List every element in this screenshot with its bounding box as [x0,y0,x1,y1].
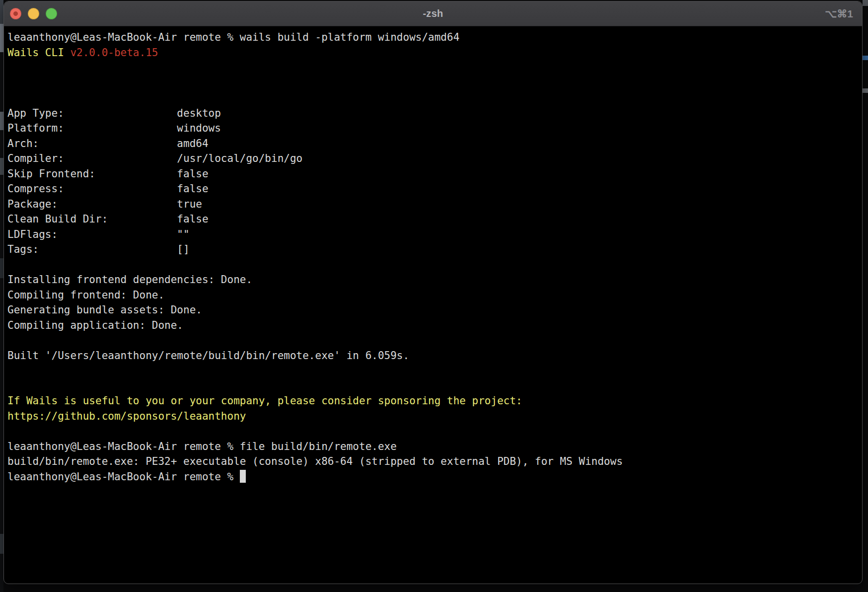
terminal-text: Clean Build Dir: [7,212,177,227]
terminal-text: leaanthony@Leas-MacBook-Air remote % fil… [7,441,397,452]
terminal-line: Installing frontend dependencies: Done. [7,272,857,288]
terminal-line: Clean Build Dir:false [7,212,857,227]
terminal-text: v2.0.0-beta.15 [70,47,158,59]
terminal-line: leaanthony@Leas-MacBook-Air remote % wai… [7,30,857,45]
terminal-text: amd64 [177,138,208,149]
terminal-text: desktop [177,107,221,119]
background-fragment [863,88,868,93]
terminal-line: Generating bundle assets: Done. [7,302,857,318]
minimize-button[interactable] [28,8,39,19]
terminal-text: false [177,168,208,180]
terminal-text: Compress: [7,181,177,197]
terminal-line: Package:true [7,197,857,212]
terminal-line: App Type:desktop [7,106,857,121]
terminal-window: -zsh ⌥⌘1 leaanthony@Leas-MacBook-Air rem… [3,1,863,584]
background-fragment [863,56,868,60]
terminal-text: Platform: [7,121,177,136]
background-fragment [0,534,3,554]
background-window-edge-left [0,0,3,592]
terminal-line: Platform:windows [7,121,857,136]
terminal-text: LDFlags: [7,227,177,242]
background-fragment [0,0,3,24]
terminal-text: leaanthony@Leas-MacBook-Air remote % wai… [7,31,459,43]
terminal-line: Arch:amd64 [7,136,857,151]
terminal-text: true [177,198,202,210]
terminal-line: leaanthony@Leas-MacBook-Air remote % fil… [7,439,857,454]
terminal-text: build/bin/remote.exe: PE32+ executable (… [7,455,623,467]
background-window-edge-right [863,0,868,592]
terminal-line: Compiling application: Done. [7,318,857,333]
terminal-body[interactable]: leaanthony@Leas-MacBook-Air remote % wai… [4,26,862,484]
terminal-text: false [177,213,208,225]
terminal-text: false [177,183,208,195]
terminal-text: https://github.com/sponsors/leaanthony [7,410,246,422]
terminal-text: Compiling application: Done. [7,319,183,331]
terminal-line: Tags:[] [7,242,857,257]
terminal-text: /usr/local/go/bin/go [177,152,302,164]
terminal-line [7,333,857,348]
keyboard-shortcut-badge: ⌥⌘1 [825,1,853,26]
terminal-line: leaanthony@Leas-MacBook-Air remote % [7,469,857,485]
terminal-line: Wails CLI v2.0.0-beta.15 [7,45,857,61]
window-title: -zsh [423,8,443,19]
titlebar[interactable]: -zsh ⌥⌘1 [4,1,862,26]
terminal-text: windows [177,122,221,134]
terminal-line: LDFlags:"" [7,227,857,242]
terminal-text: Tags: [7,242,177,257]
terminal-text: Arch: [7,136,177,151]
background-fragment [0,112,3,130]
terminal-text: Generating bundle assets: Done. [7,304,202,316]
terminal-line [7,424,857,439]
terminal-text: Wails CLI [7,47,70,59]
terminal-line: Compiling frontend: Done. [7,288,857,303]
terminal-text: [] [177,243,189,255]
terminal-text: Skip Frontend: [7,166,177,182]
terminal-text: Package: [7,197,177,212]
terminal-text: Compiling frontend: Done. [7,289,164,301]
zoom-button[interactable] [46,8,57,19]
traffic-lights [10,1,57,26]
terminal-line: https://github.com/sponsors/leaanthony [7,409,857,424]
terminal-line: If Wails is useful to you or your compan… [7,393,857,409]
terminal-line: Skip Frontend:false [7,166,857,182]
terminal-text: App Type: [7,106,177,121]
terminal-text: Built '/Users/leaanthony/remote/build/bi… [7,350,409,362]
background-fragment [863,0,868,6]
terminal-text: Compiler: [7,151,177,166]
terminal-text: leaanthony@Leas-MacBook-Air remote % [7,471,240,483]
terminal-text: If Wails is useful to you or your compan… [7,395,522,407]
terminal-line: Compiler:/usr/local/go/bin/go [7,151,857,166]
terminal-line: build/bin/remote.exe: PE32+ executable (… [7,454,857,469]
background-fragment [0,258,3,278]
terminal-text: "" [177,228,189,240]
terminal-line [7,90,857,106]
background-fragment [0,24,3,52]
terminal-line [7,363,857,378]
terminal-line: Built '/Users/leaanthony/remote/build/bi… [7,348,857,364]
terminal-text: Installing frontend dependencies: Done. [7,274,252,286]
terminal-line: Compress:false [7,181,857,197]
text-cursor [240,470,246,483]
terminal-line [7,75,857,91]
terminal-line [7,60,857,75]
background-fragment [0,158,3,175]
terminal-line [7,257,857,273]
terminal-line [7,378,857,394]
close-button[interactable] [10,8,21,19]
